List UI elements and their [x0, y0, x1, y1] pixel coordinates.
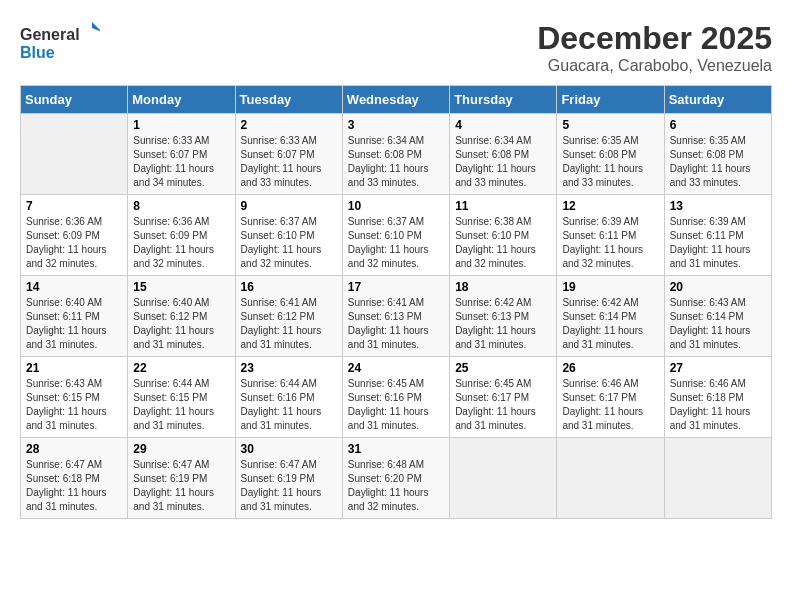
sunset: Sunset: 6:07 PM [241, 149, 315, 160]
sunset: Sunset: 6:17 PM [455, 392, 529, 403]
sunset: Sunset: 6:19 PM [241, 473, 315, 484]
daylight: Daylight: 11 hours and 33 minutes. [455, 163, 536, 188]
sunset: Sunset: 6:08 PM [562, 149, 636, 160]
calendar-cell: 23 Sunrise: 6:44 AM Sunset: 6:16 PM Dayl… [235, 357, 342, 438]
sunrise: Sunrise: 6:35 AM [562, 135, 638, 146]
day-number: 11 [455, 199, 551, 213]
day-number: 9 [241, 199, 337, 213]
sunset: Sunset: 6:09 PM [26, 230, 100, 241]
day-number: 8 [133, 199, 229, 213]
day-number: 12 [562, 199, 658, 213]
sunrise: Sunrise: 6:41 AM [348, 297, 424, 308]
days-header-row: SundayMondayTuesdayWednesdayThursdayFrid… [21, 86, 772, 114]
sunrise: Sunrise: 6:47 AM [133, 459, 209, 470]
day-info: Sunrise: 6:46 AM Sunset: 6:17 PM Dayligh… [562, 377, 658, 433]
daylight: Daylight: 11 hours and 31 minutes. [241, 487, 322, 512]
day-number: 16 [241, 280, 337, 294]
day-info: Sunrise: 6:34 AM Sunset: 6:08 PM Dayligh… [348, 134, 444, 190]
day-number: 5 [562, 118, 658, 132]
daylight: Daylight: 11 hours and 34 minutes. [133, 163, 214, 188]
sunset: Sunset: 6:08 PM [348, 149, 422, 160]
calendar-cell: 31 Sunrise: 6:48 AM Sunset: 6:20 PM Dayl… [342, 438, 449, 519]
calendar-cell: 17 Sunrise: 6:41 AM Sunset: 6:13 PM Dayl… [342, 276, 449, 357]
sunset: Sunset: 6:12 PM [241, 311, 315, 322]
calendar-cell: 1 Sunrise: 6:33 AM Sunset: 6:07 PM Dayli… [128, 114, 235, 195]
day-number: 4 [455, 118, 551, 132]
calendar-cell: 27 Sunrise: 6:46 AM Sunset: 6:18 PM Dayl… [664, 357, 771, 438]
day-number: 1 [133, 118, 229, 132]
day-info: Sunrise: 6:37 AM Sunset: 6:10 PM Dayligh… [241, 215, 337, 271]
sunrise: Sunrise: 6:37 AM [348, 216, 424, 227]
day-info: Sunrise: 6:45 AM Sunset: 6:16 PM Dayligh… [348, 377, 444, 433]
logo: General Blue [20, 20, 100, 65]
week-row-4: 21 Sunrise: 6:43 AM Sunset: 6:15 PM Dayl… [21, 357, 772, 438]
sunset: Sunset: 6:13 PM [455, 311, 529, 322]
daylight: Daylight: 11 hours and 32 minutes. [562, 244, 643, 269]
calendar-cell [664, 438, 771, 519]
sunrise: Sunrise: 6:47 AM [26, 459, 102, 470]
svg-text:Blue: Blue [20, 44, 55, 61]
sunrise: Sunrise: 6:34 AM [455, 135, 531, 146]
header-day-thursday: Thursday [450, 86, 557, 114]
header-day-friday: Friday [557, 86, 664, 114]
calendar-cell: 25 Sunrise: 6:45 AM Sunset: 6:17 PM Dayl… [450, 357, 557, 438]
calendar-cell: 26 Sunrise: 6:46 AM Sunset: 6:17 PM Dayl… [557, 357, 664, 438]
calendar-cell: 2 Sunrise: 6:33 AM Sunset: 6:07 PM Dayli… [235, 114, 342, 195]
calendar-cell: 7 Sunrise: 6:36 AM Sunset: 6:09 PM Dayli… [21, 195, 128, 276]
day-number: 24 [348, 361, 444, 375]
sunrise: Sunrise: 6:45 AM [455, 378, 531, 389]
day-info: Sunrise: 6:36 AM Sunset: 6:09 PM Dayligh… [133, 215, 229, 271]
day-info: Sunrise: 6:39 AM Sunset: 6:11 PM Dayligh… [562, 215, 658, 271]
day-number: 27 [670, 361, 766, 375]
daylight: Daylight: 11 hours and 31 minutes. [133, 406, 214, 431]
sunset: Sunset: 6:07 PM [133, 149, 207, 160]
day-info: Sunrise: 6:44 AM Sunset: 6:16 PM Dayligh… [241, 377, 337, 433]
day-number: 18 [455, 280, 551, 294]
sunset: Sunset: 6:17 PM [562, 392, 636, 403]
calendar-cell [21, 114, 128, 195]
daylight: Daylight: 11 hours and 31 minutes. [133, 325, 214, 350]
day-number: 15 [133, 280, 229, 294]
header: General Blue December 2025 Guacara, Cara… [20, 20, 772, 75]
header-day-wednesday: Wednesday [342, 86, 449, 114]
sunset: Sunset: 6:08 PM [670, 149, 744, 160]
day-number: 10 [348, 199, 444, 213]
daylight: Daylight: 11 hours and 31 minutes. [26, 325, 107, 350]
day-number: 21 [26, 361, 122, 375]
sunset: Sunset: 6:08 PM [455, 149, 529, 160]
week-row-2: 7 Sunrise: 6:36 AM Sunset: 6:09 PM Dayli… [21, 195, 772, 276]
sunrise: Sunrise: 6:44 AM [133, 378, 209, 389]
sunset: Sunset: 6:15 PM [26, 392, 100, 403]
daylight: Daylight: 11 hours and 32 minutes. [348, 244, 429, 269]
sunset: Sunset: 6:11 PM [562, 230, 636, 241]
daylight: Daylight: 11 hours and 31 minutes. [455, 325, 536, 350]
daylight: Daylight: 11 hours and 32 minutes. [133, 244, 214, 269]
sunrise: Sunrise: 6:39 AM [670, 216, 746, 227]
day-number: 14 [26, 280, 122, 294]
sunset: Sunset: 6:12 PM [133, 311, 207, 322]
day-number: 23 [241, 361, 337, 375]
sunrise: Sunrise: 6:40 AM [26, 297, 102, 308]
sunset: Sunset: 6:18 PM [670, 392, 744, 403]
daylight: Daylight: 11 hours and 31 minutes. [133, 487, 214, 512]
daylight: Daylight: 11 hours and 31 minutes. [562, 406, 643, 431]
calendar-cell: 3 Sunrise: 6:34 AM Sunset: 6:08 PM Dayli… [342, 114, 449, 195]
calendar-cell: 19 Sunrise: 6:42 AM Sunset: 6:14 PM Dayl… [557, 276, 664, 357]
day-info: Sunrise: 6:37 AM Sunset: 6:10 PM Dayligh… [348, 215, 444, 271]
sunrise: Sunrise: 6:33 AM [133, 135, 209, 146]
sunrise: Sunrise: 6:35 AM [670, 135, 746, 146]
day-info: Sunrise: 6:39 AM Sunset: 6:11 PM Dayligh… [670, 215, 766, 271]
calendar-cell: 8 Sunrise: 6:36 AM Sunset: 6:09 PM Dayli… [128, 195, 235, 276]
daylight: Daylight: 11 hours and 32 minutes. [26, 244, 107, 269]
calendar-cell: 11 Sunrise: 6:38 AM Sunset: 6:10 PM Dayl… [450, 195, 557, 276]
day-info: Sunrise: 6:48 AM Sunset: 6:20 PM Dayligh… [348, 458, 444, 514]
calendar-cell: 12 Sunrise: 6:39 AM Sunset: 6:11 PM Dayl… [557, 195, 664, 276]
location-subtitle: Guacara, Carabobo, Venezuela [537, 57, 772, 75]
sunrise: Sunrise: 6:41 AM [241, 297, 317, 308]
daylight: Daylight: 11 hours and 31 minutes. [348, 406, 429, 431]
daylight: Daylight: 11 hours and 31 minutes. [26, 406, 107, 431]
day-number: 13 [670, 199, 766, 213]
sunset: Sunset: 6:10 PM [348, 230, 422, 241]
header-day-monday: Monday [128, 86, 235, 114]
calendar-cell: 29 Sunrise: 6:47 AM Sunset: 6:19 PM Dayl… [128, 438, 235, 519]
